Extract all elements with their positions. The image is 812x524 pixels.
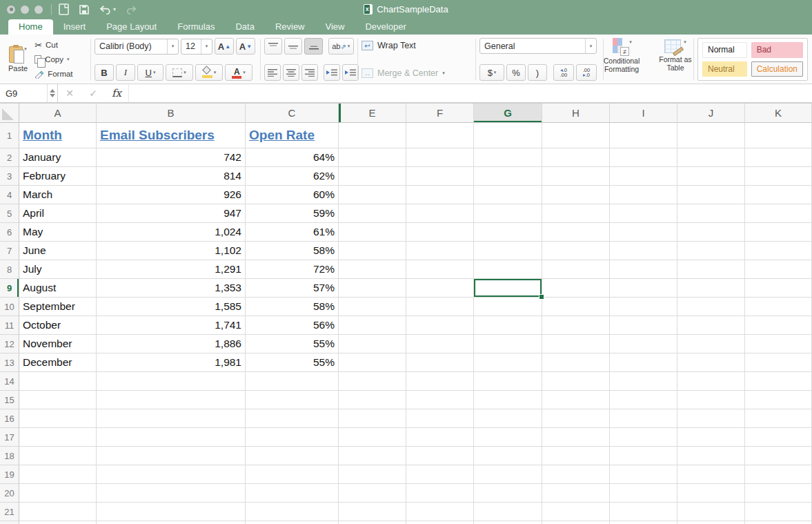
cell-H5[interactable] bbox=[542, 204, 610, 223]
currency-format-button[interactable]: $▾ bbox=[479, 64, 504, 81]
bold-button[interactable]: B bbox=[95, 64, 114, 81]
column-header-C[interactable]: C bbox=[246, 104, 339, 123]
cell-K4[interactable] bbox=[745, 186, 812, 204]
cell-H20[interactable] bbox=[542, 484, 610, 503]
cell-I5[interactable] bbox=[610, 204, 677, 223]
cell-F19[interactable] bbox=[406, 465, 474, 484]
cell-C3[interactable]: 62% bbox=[246, 167, 339, 186]
cell-B22[interactable] bbox=[97, 521, 246, 524]
cell-A14[interactable] bbox=[19, 372, 97, 391]
cell-J3[interactable] bbox=[677, 167, 745, 186]
cell-K7[interactable] bbox=[745, 242, 812, 260]
cell-A15[interactable] bbox=[19, 391, 97, 409]
cell-F22[interactable] bbox=[406, 521, 474, 524]
cell-F8[interactable] bbox=[406, 260, 474, 279]
cell-K14[interactable] bbox=[745, 372, 812, 391]
cell-A3[interactable]: February bbox=[19, 167, 97, 186]
select-all-corner[interactable] bbox=[0, 104, 19, 123]
cell-A21[interactable] bbox=[19, 503, 97, 521]
cell-H2[interactable] bbox=[542, 148, 610, 167]
cell-J14[interactable] bbox=[677, 372, 745, 391]
cell-B18[interactable] bbox=[97, 447, 246, 465]
align-top-button[interactable] bbox=[264, 38, 282, 55]
row-header-18[interactable]: 18 bbox=[0, 447, 19, 465]
format-painter-button[interactable]: Format bbox=[34, 68, 72, 79]
cell-I2[interactable] bbox=[610, 148, 677, 167]
cell-I1[interactable] bbox=[610, 123, 677, 148]
cell-A16[interactable] bbox=[19, 409, 97, 428]
column-header-K[interactable]: K bbox=[745, 104, 812, 123]
cell-B2[interactable]: 742 bbox=[97, 148, 246, 167]
cell-C10[interactable]: 58% bbox=[246, 298, 339, 316]
tab-view[interactable]: View bbox=[315, 19, 355, 35]
increase-indent-button[interactable] bbox=[342, 64, 359, 81]
percent-format-button[interactable]: % bbox=[506, 64, 526, 81]
align-left-button[interactable] bbox=[264, 64, 281, 81]
underline-dropdown-caret[interactable]: ▾ bbox=[153, 70, 156, 75]
cell-style-normal[interactable]: Normal bbox=[702, 42, 747, 58]
cell-F3[interactable] bbox=[406, 167, 474, 186]
cell-C9[interactable]: 57% bbox=[246, 279, 339, 298]
row-header-13[interactable]: 13 bbox=[0, 353, 19, 372]
cell-F4[interactable] bbox=[406, 186, 474, 204]
cell-E14[interactable] bbox=[339, 372, 406, 391]
minimize-window-button[interactable] bbox=[21, 6, 29, 14]
cell-I17[interactable] bbox=[610, 428, 677, 447]
cell-H21[interactable] bbox=[542, 503, 610, 521]
cell-F9[interactable] bbox=[406, 279, 474, 298]
increase-decimal-button[interactable]: ◂.0 .00 bbox=[553, 64, 574, 81]
cell-I19[interactable] bbox=[610, 465, 677, 484]
fill-color-button[interactable]: ▾ bbox=[195, 64, 223, 81]
cell-A22[interactable] bbox=[19, 521, 97, 524]
cell-G20[interactable] bbox=[474, 484, 542, 503]
row-header-10[interactable]: 10 bbox=[0, 298, 19, 316]
cell-G19[interactable] bbox=[474, 465, 542, 484]
cell-B15[interactable] bbox=[97, 391, 246, 409]
wrap-text-button[interactable]: ↩ Wrap Text bbox=[362, 38, 472, 53]
cell-B4[interactable]: 926 bbox=[97, 186, 246, 204]
cell-I18[interactable] bbox=[610, 447, 677, 465]
tab-home[interactable]: Home bbox=[8, 19, 53, 35]
tab-data[interactable]: Data bbox=[225, 19, 264, 35]
cell-J12[interactable] bbox=[677, 335, 745, 353]
cell-B5[interactable]: 947 bbox=[97, 204, 246, 223]
cell-K15[interactable] bbox=[745, 391, 812, 409]
cell-A18[interactable] bbox=[19, 447, 97, 465]
cell-H1[interactable] bbox=[542, 123, 610, 148]
cell-H4[interactable] bbox=[542, 186, 610, 204]
cell-C21[interactable] bbox=[246, 503, 339, 521]
cell-B14[interactable] bbox=[97, 372, 246, 391]
cell-C16[interactable] bbox=[246, 409, 339, 428]
cell-E2[interactable] bbox=[339, 148, 406, 167]
cell-K3[interactable] bbox=[745, 167, 812, 186]
cell-style-neutral[interactable]: Neutral bbox=[702, 61, 747, 77]
cell-B10[interactable]: 1,585 bbox=[97, 298, 246, 316]
cell-E7[interactable] bbox=[339, 242, 406, 260]
cell-K1[interactable] bbox=[745, 123, 812, 148]
cell-E8[interactable] bbox=[339, 260, 406, 279]
cell-F18[interactable] bbox=[406, 447, 474, 465]
cell-F12[interactable] bbox=[406, 335, 474, 353]
row-header-22[interactable]: 22 bbox=[0, 521, 19, 524]
cell-E10[interactable] bbox=[339, 298, 406, 316]
cell-F21[interactable] bbox=[406, 503, 474, 521]
cell-H8[interactable] bbox=[542, 260, 610, 279]
new-file-icon[interactable] bbox=[59, 3, 69, 15]
undo-dropdown-caret[interactable]: ▾ bbox=[113, 6, 116, 12]
cell-K13[interactable] bbox=[745, 353, 812, 372]
cell-C4[interactable]: 60% bbox=[246, 186, 339, 204]
cell-C7[interactable]: 58% bbox=[246, 242, 339, 260]
cell-J19[interactable] bbox=[677, 465, 745, 484]
align-right-button[interactable] bbox=[301, 64, 318, 81]
text-orientation-button[interactable]: ab ⇗ ▾ bbox=[328, 38, 354, 55]
cell-E21[interactable] bbox=[339, 503, 406, 521]
currency-dropdown-caret[interactable]: ▾ bbox=[494, 70, 497, 75]
cell-B11[interactable]: 1,741 bbox=[97, 316, 246, 335]
column-header-J[interactable]: J bbox=[677, 104, 745, 123]
cell-B9[interactable]: 1,353 bbox=[97, 279, 246, 298]
copy-button[interactable]: Copy ▾ bbox=[34, 54, 72, 65]
cell-A1[interactable]: Month bbox=[19, 123, 97, 148]
tab-review[interactable]: Review bbox=[265, 19, 315, 35]
cell-F16[interactable] bbox=[406, 409, 474, 428]
cell-E5[interactable] bbox=[339, 204, 406, 223]
